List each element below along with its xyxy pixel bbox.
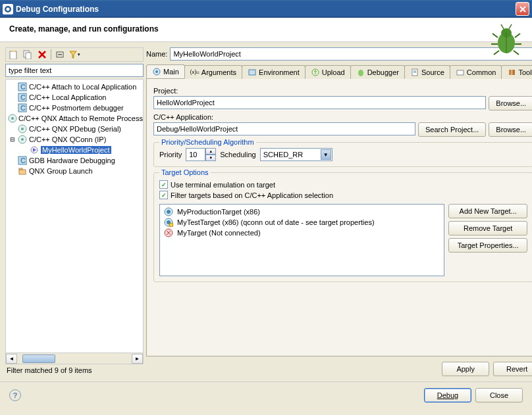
window-title: Debug Configurations [16, 5, 516, 14]
bug-icon [490, 23, 523, 56]
tab-label: Source [421, 68, 444, 76]
tree-item[interactable]: CC/C++ Local Application [8, 92, 141, 103]
name-label: Name: [146, 50, 167, 58]
new-config-button[interactable] [7, 49, 19, 61]
terminal-emulation-checkbox-row[interactable]: ✓ Use terminal emulation on target [159, 180, 527, 189]
dialog-footer: ? Debug Close [0, 381, 532, 408]
close-button[interactable] [516, 2, 529, 16]
target-list[interactable]: MyProductionTarget (x86) MyTestTarget (x… [159, 204, 444, 276]
svg-rect-16 [26, 53, 31, 59]
qnx-icon [8, 113, 17, 124]
upload-icon [311, 68, 320, 77]
tab-source[interactable]: Source [404, 65, 450, 79]
scheduling-value: SCHED_RR [263, 151, 304, 159]
svg-point-48 [167, 210, 171, 214]
target-disconnected-icon [163, 228, 174, 238]
delete-config-button[interactable] [36, 49, 48, 61]
priority-group: Priority/Scheduling Algorithm Priority ▲… [153, 142, 532, 167]
filter-button[interactable]: ▾ [68, 49, 80, 61]
remove-target-button[interactable]: Remove Target [448, 221, 527, 235]
tree-item[interactable]: ⊟C/C++ QNX QConn (IP) [8, 134, 141, 145]
svg-point-26 [11, 117, 14, 120]
add-target-button[interactable]: Add New Target... [448, 204, 527, 218]
main-area: ▾ CC/C++ Attach to Local Application CC/… [0, 42, 532, 381]
spinner-up-button[interactable]: ▲ [205, 148, 216, 155]
tree-scrollbar[interactable]: ◄ ► [5, 353, 144, 364]
tree-item[interactable]: C/C++ QNX Attach to Remote Process [8, 113, 141, 124]
scroll-right-button[interactable]: ► [132, 354, 143, 364]
right-panel: Name: Main ⒳=Arguments Environment Uploa… [146, 47, 532, 376]
search-project-button[interactable]: Search Project... [418, 122, 486, 137]
svg-text:C: C [20, 83, 26, 91]
tree-label: QNX Group Launch [29, 167, 93, 175]
target-item[interactable]: MyTarget (Not connected) [162, 228, 442, 238]
tree-label: C/C++ QNX Attach to Remote Process [18, 114, 143, 122]
svg-rect-34 [19, 170, 26, 174]
tab-debugger[interactable]: Debugger [350, 65, 405, 79]
checkbox-icon[interactable]: ✓ [159, 180, 168, 189]
tree-label: GDB Hardware Debugging [29, 157, 115, 164]
target-properties-button[interactable]: Target Properties... [448, 238, 527, 253]
svg-line-5 [492, 34, 498, 37]
project-input[interactable] [153, 96, 486, 109]
tree-item[interactable]: C/C++ QNX PDebug (Serial) [8, 124, 141, 134]
target-icon [163, 207, 174, 217]
svg-point-30 [21, 138, 24, 141]
collapse-icon[interactable]: ⊟ [8, 136, 17, 143]
chevron-down-icon: ▼ [321, 149, 331, 160]
project-browse-button[interactable]: Browse... [489, 96, 532, 110]
collapse-all-button[interactable] [54, 49, 66, 61]
scroll-thumb[interactable] [22, 354, 55, 363]
tab-common[interactable]: Common [450, 65, 502, 79]
tree-item-selected[interactable]: MyHelloWorldProject [8, 145, 141, 155]
tree-item[interactable]: CGDB Hardware Debugging [8, 155, 141, 166]
tree-label: C/C++ QNX PDebug (Serial) [29, 125, 121, 133]
spinner-down-button[interactable]: ▼ [205, 155, 216, 161]
filter-input[interactable] [5, 64, 144, 77]
revert-button[interactable]: Revert [493, 362, 532, 376]
target-item[interactable]: MyProductionTarget (x86) [162, 207, 442, 217]
tab-main[interactable]: Main [146, 64, 185, 78]
scroll-left-button[interactable]: ◄ [6, 354, 17, 364]
close-button[interactable]: Close [475, 388, 523, 403]
tab-tools[interactable]: Tools [501, 65, 532, 79]
priority-spinner[interactable]: ▲ ▼ [186, 148, 216, 161]
checkbox-label: Use terminal emulation on target [171, 181, 275, 189]
debugger-icon [356, 68, 365, 77]
header-title: Create, manage, and run configurations [9, 24, 523, 34]
tab-arguments[interactable]: ⒳=Arguments [184, 65, 242, 79]
tree-label: C/C++ Local Application [29, 93, 106, 101]
app-browse-button[interactable]: Browse... [489, 122, 532, 137]
filter-status: Filter matched 9 of 9 items [5, 364, 144, 376]
svg-line-10 [514, 51, 519, 55]
checkbox-icon[interactable]: ✓ [159, 191, 168, 199]
common-icon [456, 68, 465, 77]
debug-button[interactable]: Debug [424, 388, 471, 403]
tab-environment[interactable]: Environment [242, 65, 306, 79]
qnx-icon [17, 124, 28, 134]
group-icon [17, 166, 28, 176]
scheduling-select[interactable]: SCHED_RR ▼ [260, 148, 332, 161]
priority-input[interactable] [186, 148, 205, 161]
tree-item[interactable]: CC/C++ Postmortem debugger [8, 103, 141, 113]
filter-targets-checkbox-row[interactable]: ✓ Filter targets based on C/C++ Applicat… [159, 191, 527, 199]
name-input[interactable] [170, 47, 532, 61]
tree-item[interactable]: QNX Group Launch [8, 166, 141, 176]
tab-upload[interactable]: Upload [305, 65, 351, 79]
arguments-icon: ⒳= [190, 68, 200, 77]
target-item[interactable]: MyTestTarget (x86) (qconn out of date - … [162, 217, 442, 228]
config-tree[interactable]: CC/C++ Attach to Local Application CC/C+… [5, 79, 144, 353]
main-icon [152, 67, 161, 76]
duplicate-config-button[interactable] [22, 49, 34, 61]
qnx-icon [17, 134, 28, 145]
c-icon: C [17, 155, 28, 166]
tree-label: MyHelloWorldProject [41, 146, 111, 154]
tools-icon [507, 68, 516, 77]
c-icon: C [17, 103, 28, 113]
tree-item[interactable]: CC/C++ Attach to Local Application [8, 82, 141, 92]
svg-rect-45 [509, 70, 512, 75]
help-button[interactable]: ? [9, 389, 21, 401]
apply-button[interactable]: Apply [442, 362, 489, 376]
app-input[interactable] [153, 122, 415, 135]
tree-label: C/C++ QNX QConn (IP) [29, 135, 106, 143]
